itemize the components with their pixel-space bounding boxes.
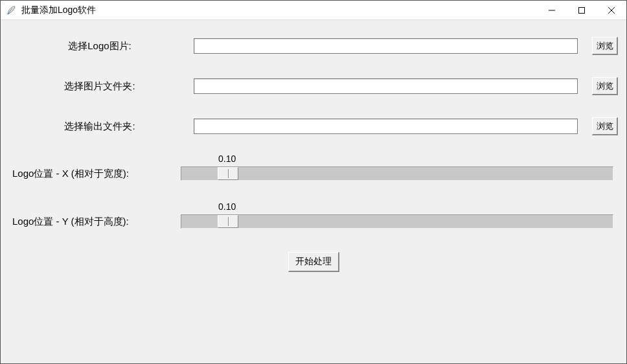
logo-image-label: 选择Logo图片: [6, 40, 194, 52]
window-title: 批量添加Logo软件 [21, 5, 537, 16]
image-folder-row: 选择图片文件夹: 浏览 [6, 77, 621, 95]
content-area: 选择Logo图片: 浏览 选择图片文件夹: 浏览 选择输出文件夹: 浏览 Log… [1, 20, 626, 363]
image-folder-input[interactable] [194, 78, 578, 94]
maximize-button[interactable] [567, 1, 597, 19]
x-slider-area: 0.10 [181, 166, 613, 181]
x-slider-block: Logo位置 - X (相对于宽度): 0.10 [6, 166, 621, 181]
x-slider-thumb[interactable] [218, 167, 238, 180]
logo-image-row: 选择Logo图片: 浏览 [6, 37, 621, 55]
x-slider-value: 0.10 [218, 154, 236, 164]
window-controls [537, 1, 626, 19]
output-folder-browse-button[interactable]: 浏览 [592, 117, 618, 135]
minimize-button[interactable] [537, 1, 567, 19]
app-window: 批量添加Logo软件 选择Logo图片: 浏览 选择图片文件夹: 浏览 选择输出… [0, 0, 627, 364]
action-row: 开始处理 [6, 252, 621, 272]
image-folder-label: 选择图片文件夹: [6, 80, 194, 93]
titlebar: 批量添加Logo软件 [1, 1, 626, 20]
y-slider-block: Logo位置 - Y (相对于高度): 0.10 [6, 214, 621, 229]
x-slider-label: Logo位置 - X (相对于宽度): [6, 168, 181, 180]
feather-icon [6, 5, 16, 16]
image-folder-browse-button[interactable]: 浏览 [592, 77, 618, 95]
logo-image-browse-button[interactable]: 浏览 [592, 37, 618, 55]
logo-image-input[interactable] [194, 38, 578, 54]
y-slider-label: Logo位置 - Y (相对于高度): [6, 216, 181, 228]
svg-rect-1 [579, 7, 585, 13]
close-button[interactable] [597, 1, 626, 19]
output-folder-row: 选择输出文件夹: 浏览 [6, 117, 621, 135]
y-slider-area: 0.10 [181, 214, 613, 229]
start-button[interactable]: 开始处理 [288, 252, 339, 272]
y-slider-track[interactable] [181, 214, 613, 229]
y-slider-thumb[interactable] [218, 215, 238, 228]
x-slider-track[interactable] [181, 166, 613, 181]
output-folder-label: 选择输出文件夹: [6, 120, 194, 133]
y-slider-value: 0.10 [218, 201, 236, 212]
output-folder-input[interactable] [194, 119, 578, 134]
